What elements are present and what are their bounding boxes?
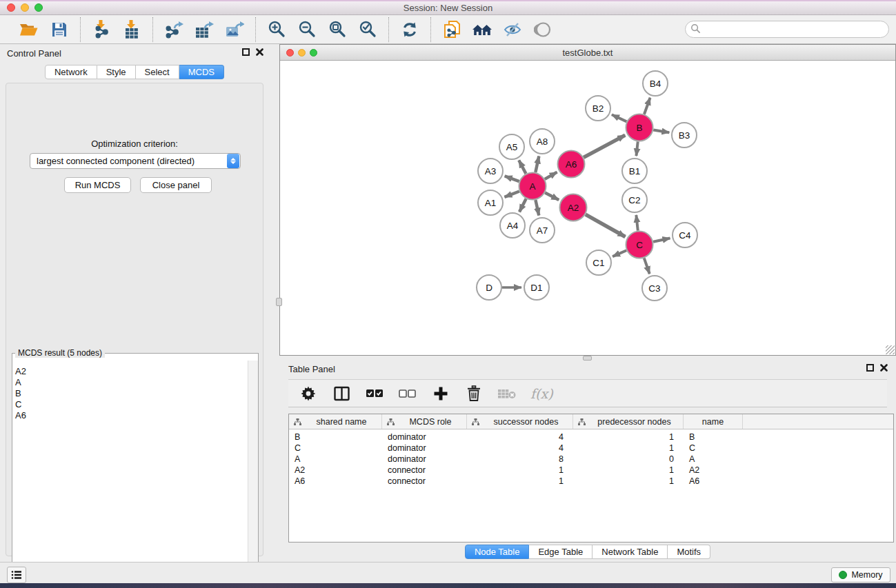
- node-A[interactable]: A: [519, 173, 546, 200]
- tab-motifs[interactable]: Motifs: [668, 545, 710, 559]
- run-mcds-button[interactable]: Run MCDS: [64, 177, 131, 193]
- node-C3[interactable]: C3: [642, 276, 667, 301]
- node-B2[interactable]: B2: [586, 96, 610, 121]
- column-header-MCDS-role[interactable]: MCDS role: [382, 414, 467, 429]
- open-file-icon[interactable]: [19, 19, 39, 40]
- zoom-fit-icon[interactable]: [327, 19, 348, 40]
- mcds-result-item[interactable]: A6: [15, 410, 248, 421]
- mcds-result-item[interactable]: B: [15, 388, 248, 399]
- node-A1[interactable]: A1: [478, 190, 503, 215]
- search-box[interactable]: [685, 21, 889, 38]
- node-C1[interactable]: C1: [586, 250, 611, 275]
- node-B1[interactable]: B1: [622, 159, 647, 183]
- mcds-result-scrollbar[interactable]: [248, 361, 258, 587]
- close-table-panel-icon[interactable]: [880, 364, 888, 372]
- export-table-icon[interactable]: [194, 19, 215, 40]
- column-header-shared-name[interactable]: shared name: [289, 414, 382, 429]
- unselect-all-icon[interactable]: [398, 384, 417, 403]
- edge-A-A5[interactable]: [519, 160, 526, 173]
- float-table-panel-icon[interactable]: [866, 364, 874, 372]
- columns-icon[interactable]: [332, 384, 351, 403]
- node-A5[interactable]: A5: [499, 134, 524, 159]
- edge-B-B4[interactable]: [644, 98, 650, 114]
- edge-A-A7[interactable]: [535, 200, 539, 215]
- column-header-name[interactable]: name: [684, 414, 743, 429]
- refresh-icon[interactable]: [399, 19, 420, 40]
- edge-A6-B[interactable]: [584, 135, 625, 157]
- memory-button[interactable]: Memory: [831, 567, 890, 582]
- table-row[interactable]: A2connector11A2: [289, 465, 893, 476]
- mcds-result-item[interactable]: A: [15, 377, 248, 388]
- delete-row-icon[interactable]: [464, 384, 484, 403]
- tab-node-table[interactable]: Node Table: [465, 545, 530, 559]
- zoom-in-icon[interactable]: [266, 19, 287, 40]
- import-table-icon[interactable]: [121, 19, 142, 40]
- horizontal-splitter-handle[interactable]: [583, 356, 592, 361]
- network-canvas[interactable]: B4B2BB3A8A5A6A3B1AA1C2A2A4A7C4CC1C3DD1: [280, 61, 895, 355]
- gear-icon[interactable]: [299, 384, 318, 403]
- edge-A-A6[interactable]: [545, 172, 557, 179]
- edge-A-A8[interactable]: [535, 156, 539, 172]
- node-A7[interactable]: A7: [530, 218, 555, 243]
- tab-style[interactable]: Style: [97, 65, 136, 79]
- export-network-icon[interactable]: [163, 19, 184, 40]
- tab-select[interactable]: Select: [136, 65, 179, 79]
- table-row[interactable]: Cdominator41C: [289, 443, 893, 454]
- close-panel-button[interactable]: Close panel: [140, 177, 212, 193]
- table-row[interactable]: Adominator80A: [289, 454, 893, 465]
- edge-B-B2[interactable]: [612, 114, 626, 121]
- edge-C-C2[interactable]: [636, 215, 637, 231]
- hide-details-icon[interactable]: [502, 19, 523, 40]
- tab-network[interactable]: Network: [45, 65, 97, 79]
- column-header-predecessor-nodes[interactable]: predecessor nodes: [573, 414, 684, 429]
- edge-C-C3[interactable]: [644, 258, 650, 274]
- edge-A-A3[interactable]: [505, 176, 519, 181]
- table-row[interactable]: Bdominator41B: [289, 432, 893, 443]
- criterion-select[interactable]: largest connected component (directed): [30, 153, 241, 169]
- node-C4[interactable]: C4: [673, 223, 697, 247]
- node-B4[interactable]: B4: [643, 71, 668, 96]
- node-A4[interactable]: A4: [500, 213, 525, 238]
- window-resize-grip[interactable]: [886, 345, 895, 354]
- node-C[interactable]: C: [626, 232, 653, 258]
- node-A8[interactable]: A8: [530, 129, 555, 154]
- zoom-selected-icon[interactable]: [357, 19, 378, 40]
- copy-network-icon[interactable]: [441, 19, 462, 40]
- show-details-icon[interactable]: [532, 19, 553, 40]
- float-panel-icon[interactable]: [242, 48, 250, 56]
- tab-network-table[interactable]: Network Table: [593, 545, 668, 559]
- node-C2[interactable]: C2: [622, 187, 647, 212]
- node-D[interactable]: D: [477, 275, 501, 300]
- edge-C-C1[interactable]: [613, 250, 626, 256]
- node-D1[interactable]: D1: [524, 275, 549, 300]
- edge-B-B1[interactable]: [636, 141, 637, 156]
- homes-icon[interactable]: [472, 19, 492, 40]
- mcds-result-item[interactable]: A2: [15, 366, 248, 377]
- network-window-titlebar[interactable]: testGlobe.txt: [280, 45, 895, 61]
- edge-A-A4[interactable]: [519, 199, 526, 212]
- select-all-icon[interactable]: [365, 384, 384, 403]
- node-B3[interactable]: B3: [672, 123, 697, 148]
- edge-B-B3[interactable]: [653, 130, 669, 132]
- edge-C-C4[interactable]: [653, 239, 670, 242]
- add-row-icon[interactable]: [431, 384, 450, 403]
- edge-A2-C[interactable]: [586, 214, 626, 236]
- column-header-successor-nodes[interactable]: successor nodes: [467, 414, 573, 429]
- tab-edge-table[interactable]: Edge Table: [529, 545, 593, 559]
- node-A3[interactable]: A3: [478, 159, 503, 183]
- import-network-icon[interactable]: [91, 19, 112, 40]
- search-input[interactable]: [701, 23, 888, 37]
- task-history-button[interactable]: [7, 567, 26, 583]
- table-row[interactable]: A6connector11A6: [289, 476, 893, 487]
- mcds-result-item[interactable]: C: [15, 399, 248, 410]
- node-A2[interactable]: A2: [560, 194, 587, 221]
- vertical-splitter-handle[interactable]: [276, 298, 282, 306]
- edge-A-A2[interactable]: [545, 193, 559, 201]
- close-panel-icon[interactable]: [256, 48, 263, 56]
- zoom-out-icon[interactable]: [297, 19, 317, 40]
- tab-mcds[interactable]: MCDS: [179, 65, 224, 79]
- node-A6[interactable]: A6: [558, 151, 585, 178]
- export-image-icon[interactable]: [224, 19, 245, 40]
- edge-A-A1[interactable]: [504, 192, 519, 197]
- node-B[interactable]: B: [626, 114, 653, 141]
